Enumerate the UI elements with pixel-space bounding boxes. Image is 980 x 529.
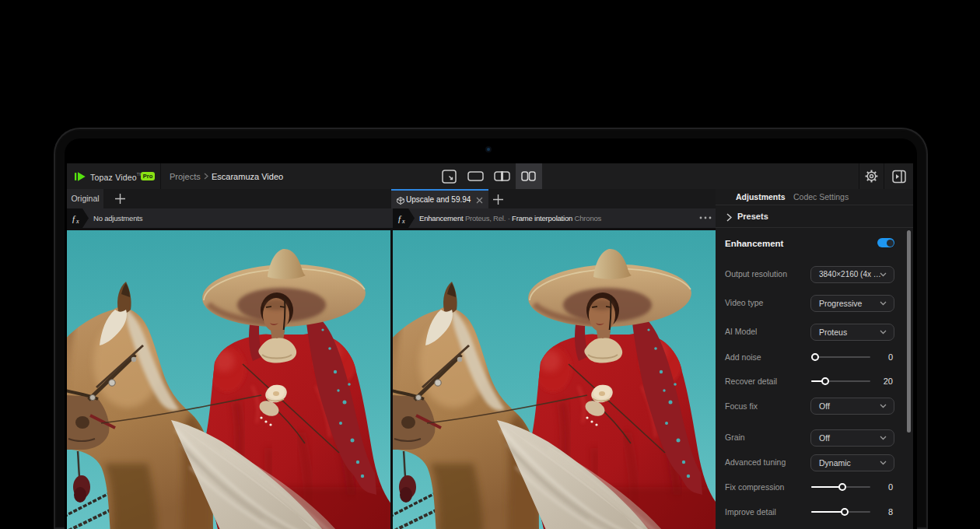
svg-text:x: x (401, 218, 405, 225)
svg-text:x: x (75, 218, 79, 225)
